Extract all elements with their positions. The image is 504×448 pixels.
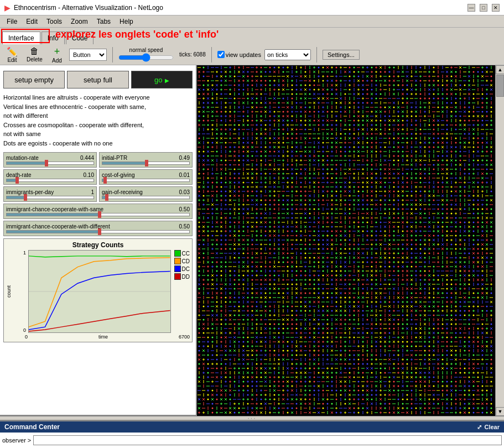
command-clear-button[interactable]: Clear [484,424,500,431]
go-button[interactable]: go [131,71,193,88]
initial-ptr-label: initial-PTR [102,155,127,161]
legend-dc-label: DC [182,266,190,272]
immigrant-cooperate-different-value: 0.50 [179,223,190,230]
desc-line-4: Crosses are cosmopolitan - cooperate wit… [3,121,193,130]
speed-slider[interactable] [118,53,174,62]
scroll-up-button[interactable]: ▲ [496,65,504,74]
chart-x-max: 6700 [179,334,190,340]
scroll-thumb[interactable] [496,75,504,97]
minimize-button[interactable]: — [467,4,475,12]
command-input-area: observer > [0,433,504,448]
mutation-rate-slider[interactable]: mutation-rate 0.444 [3,152,97,168]
chart-x-label: time [98,334,108,340]
view-updates-label: view updates [226,51,261,58]
visualization-panel [197,65,495,416]
legend-cc-label: CC [182,251,190,257]
immigrants-per-day-slider[interactable]: immigrants-per-day 1 [3,186,97,202]
chart-yaxis: 1 0 [15,250,26,333]
slider-row-3: immigrants-per-day 1 gain-of-receiving [3,186,193,202]
view-updates-check: view updates [217,51,261,58]
menu-tabs[interactable]: Tabs [92,17,115,27]
ticks-value: 6088 [193,51,205,58]
menu-help[interactable]: Help [115,17,138,27]
edit-icon: ✏️ [7,46,18,57]
chart-x-min: 0 [25,334,28,340]
legend-cd-label: CD [182,258,190,264]
command-title: Command Center [4,423,60,431]
gain-of-receiving-slider[interactable]: gain-of-receiving 0.03 [99,186,193,202]
command-expand-icon[interactable]: ⤢ [477,424,482,431]
setup-empty-button[interactable]: setup empty [3,71,65,88]
command-header: Command Center ⤢ Clear [0,421,504,433]
menu-bar: File Edit Tools Zoom Tabs Help [0,15,504,28]
settings-button[interactable]: Settings... [323,50,360,60]
chart-xaxis: 0 time 6700 [6,334,190,340]
edit-button[interactable]: ✏️ Edit [3,45,21,64]
menu-zoom[interactable]: Zoom [66,17,92,27]
delete-button[interactable]: 🗑 Delete [24,45,45,64]
ticks-section: ticks: 6088 [179,51,206,58]
scroll-down-button[interactable]: ▼ [496,407,504,416]
immigrant-cooperate-same-label: immigrant-chance-cooperate-with-same [6,206,103,212]
desc-line-3: not with different [3,111,193,121]
close-button[interactable]: ✕ [492,4,500,12]
menu-tools[interactable]: Tools [42,17,66,27]
legend-dc-color [174,265,181,272]
tab-interface[interactable]: Interface [2,32,40,44]
menu-file[interactable]: File [2,17,22,27]
scroll-track[interactable] [496,74,504,407]
add-icon: + [54,46,60,58]
chart-title: Strategy Counts [6,241,190,249]
chart-y-min: 0 [15,327,26,333]
setup-full-button[interactable]: setup full [67,71,128,88]
annotation-text: explorez les onglets 'code' et 'info' [55,29,219,40]
command-input[interactable] [33,435,502,445]
menu-edit[interactable]: Edit [22,17,42,27]
death-rate-value: 0.10 [84,172,94,178]
immigrant-cooperate-different-label: immigrant-chance-cooperate-with-differen… [6,223,110,230]
delete-label: Delete [27,56,43,62]
gain-of-receiving-value: 0.03 [179,189,190,195]
chart-y-max: 1 [15,250,26,256]
add-button[interactable]: + Add [48,45,66,65]
ticks-label: ticks: [179,51,192,58]
edit-label: Edit [7,57,17,63]
toolbar-divider-3 [316,47,317,62]
immigrants-per-day-label: immigrants-per-day [6,189,54,195]
chart-yaxis-label: count [6,250,13,333]
death-rate-slider[interactable]: death-rate 0.10 [3,169,97,185]
desc-line-5: not with same [3,129,193,139]
app-icon: ▶ [4,3,11,12]
legend-cc: CC [174,250,190,257]
toolbar-divider-2 [211,47,212,62]
immigrant-cooperate-different-slider[interactable]: immigrant-chance-cooperate-with-differen… [3,221,193,236]
tab-bar: Interface Info Code explorez les onglets… [0,28,504,44]
chart-canvas [28,250,171,333]
title-bar: ▶ Ethnocentrism - Alternative Visualizat… [0,0,504,15]
slider-row-2: death-rate 0.10 cost-of-giving 0 [3,169,193,185]
view-updates-checkbox[interactable] [217,51,225,58]
initial-ptr-slider[interactable]: initial-PTR 0.49 [99,152,193,168]
legend-cd: CD [174,258,190,264]
command-center: Command Center ⤢ Clear observer > [0,420,504,448]
slider-row-1: mutation-rate 0.444 initial-PTR [3,152,193,168]
right-scrollbar: ▲ ▼ [495,65,504,416]
chart-section: Strategy Counts count 1 0 [3,238,193,342]
delete-icon: 🗑 [30,46,39,56]
legend-dc: DC [174,265,190,272]
cost-of-giving-slider[interactable]: cost-of-giving 0.01 [99,169,193,185]
resize-handle[interactable] [0,416,504,420]
initial-ptr-value: 0.49 [179,155,190,161]
desc-line-1: Horizontal lines are altruists - coopera… [3,93,193,102]
desc-line-6: Dots are egoists - cooperate with no one [3,139,193,148]
mutation-rate-value: 0.444 [80,155,94,161]
widget-type-select[interactable]: Button Slider Switch Chooser Input Monit… [69,49,107,61]
immigrant-cooperate-same-slider[interactable]: immigrant-chance-cooperate-with-same 0.5… [3,204,193,219]
immigrant-cooperate-same-value: 0.50 [179,206,190,212]
cost-of-giving-value: 0.01 [179,172,190,178]
mutation-rate-label: mutation-rate [6,155,39,161]
add-label: Add [52,58,62,64]
command-prompt: observer > [2,437,31,444]
on-ticks-select[interactable]: on ticks continuously [264,49,311,60]
maximize-button[interactable]: □ [480,4,487,12]
